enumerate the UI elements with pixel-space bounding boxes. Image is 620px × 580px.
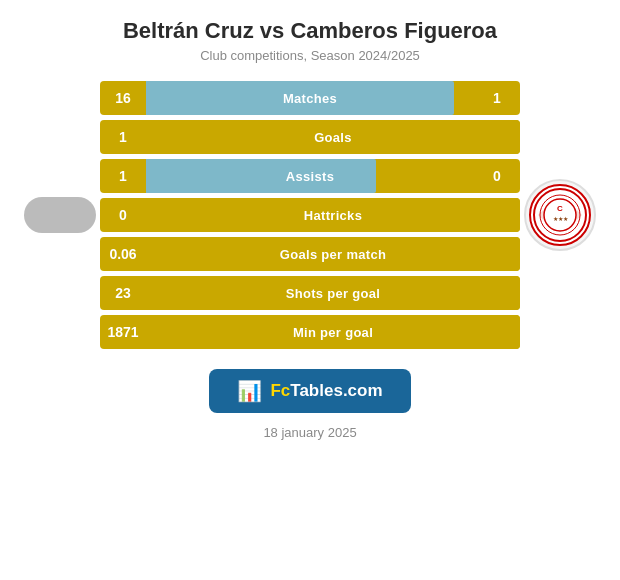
stat-row: 0Hattricks <box>100 198 520 232</box>
stat-bar: Matches <box>146 81 474 115</box>
stat-left-value: 0 <box>100 207 146 223</box>
stat-bar: Goals <box>146 120 520 154</box>
stat-label: Goals per match <box>146 247 520 262</box>
stat-bar: Hattricks <box>146 198 520 232</box>
stat-label: Goals <box>146 130 520 145</box>
stat-row: 1Goals <box>100 120 520 154</box>
fctables-banner[interactable]: 📊 FcTables.com <box>209 369 410 413</box>
stat-left-value: 1 <box>100 168 146 184</box>
page-wrapper: Beltrán Cruz vs Camberos Figueroa Club c… <box>0 0 620 580</box>
stat-left-value: 1 <box>100 129 146 145</box>
fctables-icon: 📊 <box>237 379 262 403</box>
stat-label: Matches <box>146 91 474 106</box>
stat-row: 1Assists0 <box>100 159 520 193</box>
stat-bar: Assists <box>146 159 474 193</box>
logo-right: C ★★★ <box>520 179 600 251</box>
stat-label: Shots per goal <box>146 286 520 301</box>
page-title: Beltrán Cruz vs Camberos Figueroa <box>123 18 497 44</box>
date-text: 18 january 2025 <box>263 425 356 440</box>
stat-bar: Min per goal <box>146 315 520 349</box>
main-content: 16Matches11Goals1Assists00Hattricks0.06G… <box>20 81 600 349</box>
stat-row: 1871Min per goal <box>100 315 520 349</box>
stat-label: Min per goal <box>146 325 520 340</box>
stat-right-value: 1 <box>474 90 520 106</box>
stat-label: Assists <box>146 169 474 184</box>
stat-right-value: 0 <box>474 168 520 184</box>
stat-left-value: 16 <box>100 90 146 106</box>
stat-row: 16Matches1 <box>100 81 520 115</box>
stat-bar: Shots per goal <box>146 276 520 310</box>
page-subtitle: Club competitions, Season 2024/2025 <box>200 48 420 63</box>
fctables-text: FcTables.com <box>270 381 382 401</box>
stat-bar: Goals per match <box>146 237 520 271</box>
svg-text:C: C <box>557 204 563 213</box>
svg-text:★★★: ★★★ <box>553 216 568 222</box>
stat-row: 23Shots per goal <box>100 276 520 310</box>
stat-left-value: 0.06 <box>100 246 146 262</box>
stat-left-value: 23 <box>100 285 146 301</box>
stat-left-value: 1871 <box>100 324 146 340</box>
stat-row: 0.06Goals per match <box>100 237 520 271</box>
stat-label: Hattricks <box>146 208 520 223</box>
right-team-logo: C ★★★ <box>524 179 596 251</box>
left-team-logo <box>24 197 96 233</box>
logo-left <box>20 197 100 233</box>
stats-container: 16Matches11Goals1Assists00Hattricks0.06G… <box>100 81 520 349</box>
